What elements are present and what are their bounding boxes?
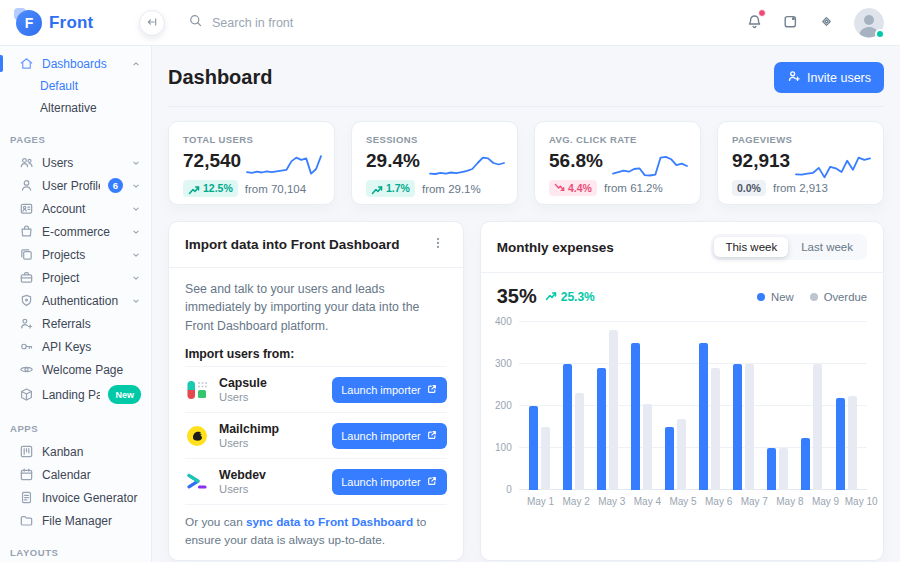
search-icon bbox=[188, 13, 203, 32]
chart-x-axis: May 1May 2May 3May 4May 5May 6May 7May 8… bbox=[519, 490, 883, 507]
integrations-button[interactable] bbox=[818, 13, 835, 33]
bar-group-may-5 bbox=[659, 322, 693, 490]
x-tick: May 1 bbox=[523, 496, 559, 507]
x-tick: May 3 bbox=[594, 496, 630, 507]
bar-overdue bbox=[779, 448, 788, 490]
chevron-down-icon bbox=[131, 296, 141, 306]
global-search-input[interactable] bbox=[212, 16, 412, 30]
expenses-card-title: Monthly expenses bbox=[497, 240, 614, 255]
legend-dot bbox=[757, 293, 765, 301]
page-header: Dashboard Invite users bbox=[168, 62, 884, 107]
delta-badge: 1.7% bbox=[366, 180, 415, 197]
stat-card-avg-click-rate: AVG. CLICK RATE56.8%4.4%from 61.2% bbox=[534, 121, 701, 205]
card-menu-button[interactable] bbox=[429, 234, 447, 255]
invite-users-button[interactable]: Invite users bbox=[774, 62, 884, 93]
bar-overdue bbox=[575, 393, 584, 490]
calendar-icon bbox=[19, 467, 34, 482]
notifications-button[interactable] bbox=[746, 13, 763, 33]
sidebar-subitem-alternative[interactable]: Alternative bbox=[0, 97, 151, 119]
sparkline-chart bbox=[246, 146, 322, 186]
launch-importer-button[interactable]: Launch importer bbox=[332, 377, 447, 403]
bar-group-may-7 bbox=[727, 322, 761, 490]
bar-new bbox=[699, 343, 708, 490]
sidebar-collapse-button[interactable] bbox=[139, 10, 165, 36]
sidebar-section-layouts: LAYOUTS bbox=[0, 532, 151, 562]
sync-data-link[interactable]: sync data to Front Dashboard bbox=[246, 515, 413, 529]
sidebar-item-label: Project bbox=[42, 271, 123, 285]
bar-overdue bbox=[677, 419, 686, 490]
sidebar-item-landing-page[interactable]: Landing PageNew bbox=[0, 381, 151, 408]
bar-group-may-3 bbox=[591, 322, 625, 490]
sidebar-item-project[interactable]: Project bbox=[0, 266, 151, 289]
sidebar-item-authentication[interactable]: Authentication bbox=[0, 289, 151, 312]
integration-sub: Users bbox=[219, 483, 266, 495]
sidebar-item-file-manager[interactable]: File Manager bbox=[0, 509, 151, 532]
sidebar-item-user-profile[interactable]: User Profile6 bbox=[0, 174, 151, 197]
main-content: Dashboard Invite users TOTAL USERS72,540… bbox=[152, 46, 900, 562]
sidebar-item-projects[interactable]: Projects bbox=[0, 243, 151, 266]
bar-overdue bbox=[643, 404, 652, 490]
sidebar-item-label: Calendar bbox=[42, 468, 141, 482]
user-avatar[interactable] bbox=[854, 8, 884, 38]
sidebar-item-calendar[interactable]: Calendar bbox=[0, 463, 151, 486]
chart-y-axis: 0100200300400 bbox=[491, 322, 519, 490]
online-status-dot bbox=[875, 29, 885, 39]
import-data-card: Import data into Front Dashboard See and… bbox=[168, 221, 464, 561]
layers-icon bbox=[19, 247, 34, 262]
home-icon bbox=[19, 56, 34, 71]
chevron-down-icon bbox=[131, 204, 141, 214]
import-description: See and talk to your users and leads imm… bbox=[185, 280, 447, 335]
sidebar-item-label: API Keys bbox=[42, 340, 141, 354]
sidebar-item-invoice-generator[interactable]: Invoice Generator bbox=[0, 486, 151, 509]
sidebar-subitem-default[interactable]: Default bbox=[0, 75, 151, 97]
week-toggle: This weekLast week bbox=[711, 234, 867, 260]
sidebar-item-label: Dashboards bbox=[42, 57, 123, 71]
sidebar-item-kanban[interactable]: Kanban bbox=[0, 440, 151, 463]
brand[interactable]: F Front bbox=[0, 10, 152, 36]
integration-name: Webdev bbox=[219, 468, 266, 483]
chevron-down-icon bbox=[131, 158, 141, 168]
x-tick: May 7 bbox=[736, 496, 772, 507]
sidebar-item-label: User Profile bbox=[42, 179, 100, 193]
sidebar-item-dashboards[interactable]: Dashboards bbox=[0, 52, 151, 75]
sidebar-item-label: Projects bbox=[42, 248, 123, 262]
legend-item-new: New bbox=[757, 291, 794, 303]
toggle-this-week[interactable]: This week bbox=[714, 237, 788, 257]
integration-name: Mailchimp bbox=[219, 422, 279, 437]
launch-importer-button[interactable]: Launch importer bbox=[332, 423, 447, 449]
external-link-icon bbox=[426, 429, 438, 443]
sidebar-badge: 6 bbox=[108, 178, 123, 193]
bar-new bbox=[529, 406, 538, 490]
activity-panel-button[interactable] bbox=[782, 13, 799, 33]
diamonds-icon bbox=[818, 13, 835, 33]
y-tick: 400 bbox=[495, 317, 512, 327]
expenses-delta: 25.3% bbox=[545, 289, 595, 304]
bar-group-may-1 bbox=[523, 322, 557, 490]
legend-dot bbox=[810, 293, 818, 301]
id-card-icon bbox=[19, 201, 34, 216]
chevron-down-icon bbox=[131, 273, 141, 283]
stat-label: SESSIONS bbox=[366, 134, 503, 145]
bar-new bbox=[563, 364, 572, 490]
external-link-icon bbox=[426, 475, 438, 489]
sidebar-item-welcome-page[interactable]: Welcome Page bbox=[0, 358, 151, 381]
bar-group-may-2 bbox=[557, 322, 591, 490]
chart-bars bbox=[519, 322, 867, 490]
launch-importer-button[interactable]: Launch importer bbox=[332, 469, 447, 495]
bar-new bbox=[631, 343, 640, 490]
external-link-icon bbox=[426, 383, 438, 397]
key-icon bbox=[19, 339, 34, 354]
sidebar-item-e-commerce[interactable]: E-commerce bbox=[0, 220, 151, 243]
stats-row: TOTAL USERS72,54012.5%from 70,104SESSION… bbox=[168, 121, 884, 205]
sidebar-item-api-keys[interactable]: API Keys bbox=[0, 335, 151, 358]
integration-sub: Users bbox=[219, 391, 267, 403]
sidebar-item-label: Account bbox=[42, 202, 123, 216]
sidebar-item-account[interactable]: Account bbox=[0, 197, 151, 220]
toggle-last-week[interactable]: Last week bbox=[790, 237, 864, 257]
user-icon bbox=[19, 178, 34, 193]
sidebar-item-referrals[interactable]: Referrals bbox=[0, 312, 151, 335]
import-card-title: Import data into Front Dashboard bbox=[185, 237, 400, 252]
sidebar-item-label: Referrals bbox=[42, 317, 141, 331]
sidebar-item-users[interactable]: Users bbox=[0, 151, 151, 174]
bar-group-may-4 bbox=[625, 322, 659, 490]
